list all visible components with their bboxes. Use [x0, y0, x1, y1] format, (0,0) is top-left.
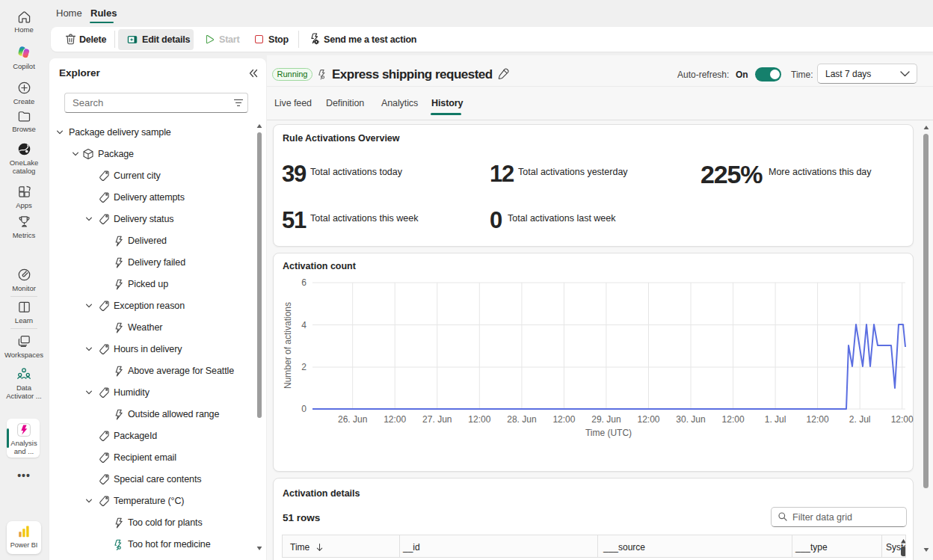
svg-text:12:00: 12:00: [552, 414, 575, 425]
svg-text:Time (UTC): Time (UTC): [585, 428, 632, 438]
svg-text:Number of activations: Number of activations: [283, 302, 293, 389]
svg-text:2. Jul: 2. Jul: [849, 414, 871, 425]
svg-text:29. Jun: 29. Jun: [591, 414, 621, 425]
svg-text:26. Jun: 26. Jun: [338, 414, 367, 425]
svg-text:12:00: 12:00: [807, 414, 829, 425]
svg-text:6: 6: [301, 277, 307, 288]
svg-text:28. Jun: 28. Jun: [507, 414, 536, 425]
svg-text:2: 2: [301, 362, 307, 372]
svg-text:12:00: 12:00: [637, 414, 659, 425]
svg-text:27. Jun: 27. Jun: [422, 414, 452, 425]
svg-text:12:00: 12:00: [722, 414, 745, 425]
svg-text:12:00: 12:00: [891, 414, 914, 425]
svg-text:12:00: 12:00: [384, 414, 406, 425]
svg-text:0: 0: [301, 404, 307, 414]
svg-text:1. Jul: 1. Jul: [765, 414, 786, 425]
svg-text:4: 4: [301, 320, 307, 330]
svg-text:30. Jun: 30. Jun: [676, 414, 705, 425]
svg-text:12:00: 12:00: [468, 414, 490, 425]
